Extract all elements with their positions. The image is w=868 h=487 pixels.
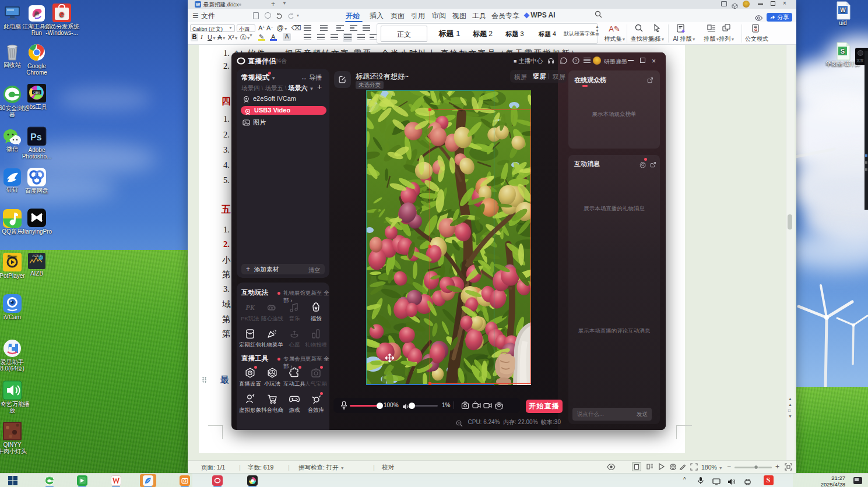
svg-text:OBS: OBS [33, 91, 40, 94]
svg-text:jh: jh [34, 10, 38, 16]
svg-text:e: e [59, 9, 64, 19]
svg-text:PK: PK [245, 304, 255, 312]
svg-text:AIZB-3: AIZB-3 [32, 254, 41, 257]
svg-text:S: S [841, 48, 845, 55]
svg-text:Ps: Ps [30, 132, 42, 142]
svg-text:?: ? [575, 59, 577, 63]
svg-text:W: W [840, 7, 846, 13]
